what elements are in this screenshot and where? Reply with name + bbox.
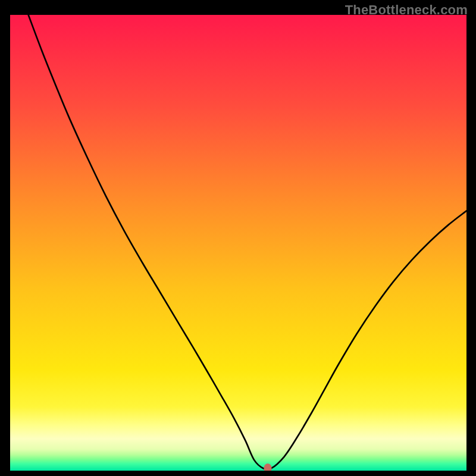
plot-area xyxy=(10,15,466,471)
curve-path xyxy=(29,15,466,469)
chart-frame: TheBottleneck.com xyxy=(0,0,476,476)
watermark-text: TheBottleneck.com xyxy=(345,2,468,18)
bottleneck-curve xyxy=(10,15,466,471)
optimum-marker-icon xyxy=(264,464,272,471)
